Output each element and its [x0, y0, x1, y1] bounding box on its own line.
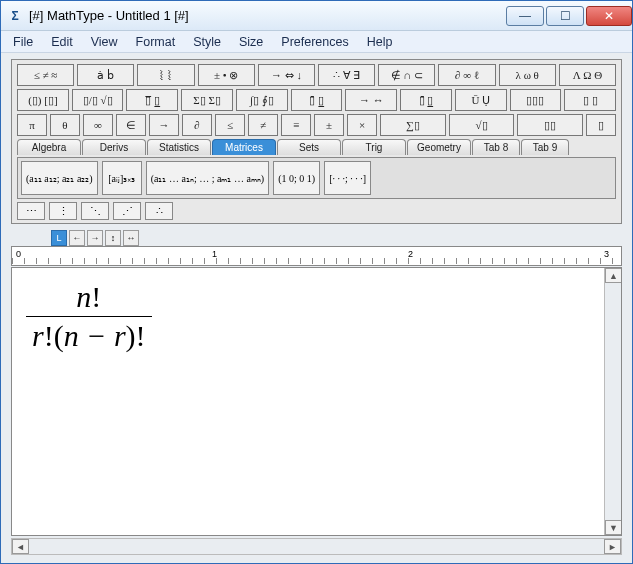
factorial-2: ! [44, 319, 54, 352]
titlebar: Σ [#] MathType - Untitled 1 [#] — ☐ ✕ [1, 1, 632, 31]
tabstop-1-btn[interactable]: ← [69, 230, 85, 246]
product-btn[interactable]: ▯̄ ▯̲ [400, 89, 452, 111]
menu-help[interactable]: Help [359, 33, 401, 51]
scroll-right-btn[interactable]: ► [604, 539, 621, 554]
tab-derivs[interactable]: Derivs [82, 139, 146, 155]
sqrt-tmpl-btn[interactable]: √▯ [449, 114, 515, 136]
tab-sets[interactable]: Sets [277, 139, 341, 155]
factorial-1: ! [91, 280, 101, 313]
denominator: r!(n − r)! [26, 316, 152, 353]
tab-statistics[interactable]: Statistics [147, 139, 211, 155]
menu-format[interactable]: Format [128, 33, 184, 51]
matrix-btn[interactable]: ▯▯▯ [510, 89, 562, 111]
ruler-mark-2: 2 [408, 249, 413, 259]
leq-btn[interactable]: ≤ [215, 114, 245, 136]
menu-edit[interactable]: Edit [43, 33, 81, 51]
tabstop-2-btn[interactable]: → [87, 230, 103, 246]
label-arrow-btn[interactable]: → ↔ [345, 89, 397, 111]
window-title: [#] MathType - Untitled 1 [#] [29, 8, 504, 23]
tab-8[interactable]: Tab 8 [472, 139, 520, 155]
sum-btn[interactable]: Σ▯ Σ▯ [181, 89, 233, 111]
window-buttons: — ☐ ✕ [504, 6, 632, 26]
sum-tmpl-btn[interactable]: ∑▯ [380, 114, 446, 136]
hat-btn[interactable]: Ū Ụ [455, 89, 507, 111]
menu-size[interactable]: Size [231, 33, 271, 51]
subsup-btn[interactable]: ▯̅ ▯̲ [126, 89, 178, 111]
tabstop-3-btn[interactable]: ↕ [105, 230, 121, 246]
misc-btn[interactable]: ∂ ∞ ℓ [438, 64, 495, 86]
ddots-btn[interactable]: ⋱ [81, 202, 109, 220]
matrix-dots-btn[interactable]: [· · ·; · · ·] [324, 161, 371, 195]
logic-btn[interactable]: ∴ ∀ ∃ [318, 64, 375, 86]
partial-btn[interactable]: ∂ [182, 114, 212, 136]
ruler-wrap: 0 1 2 3 [11, 246, 622, 266]
scroll-up-btn[interactable]: ▲ [605, 268, 622, 283]
app-window: Σ [#] MathType - Untitled 1 [#] — ☐ ✕ Fi… [0, 0, 633, 564]
ruler-mark-0: 0 [16, 249, 21, 259]
overbar-btn[interactable]: ▯̄ ▯̲ [291, 89, 343, 111]
close-button[interactable]: ✕ [586, 6, 632, 26]
menu-preferences[interactable]: Preferences [273, 33, 356, 51]
pm-btn[interactable]: ± [314, 114, 344, 136]
var-n: n [76, 280, 91, 313]
therefore-btn[interactable]: ∴ [145, 202, 173, 220]
tool-panel: ≤ ≠ ≈ ȧ ḃ ⦚ ⦚ ± • ⊗ → ⇔ ↓ ∴ ∀ ∃ ∉ ∩ ⊂ ∂ … [11, 59, 622, 224]
equiv-btn[interactable]: ≡ [281, 114, 311, 136]
sup-tmpl-btn[interactable]: ▯▯ [517, 114, 583, 136]
matrix-2x2-btn[interactable]: (a₁₁ a₁₂; a₂₁ a₂₂) [21, 161, 98, 195]
matrix-3x3-btn[interactable]: [aᵢⱼ]₃ₓ₃ [102, 161, 142, 195]
equation-editor[interactable]: n! r!(n − r)! ▲ ▼ [11, 267, 622, 536]
matrix-identity-btn[interactable]: (1 0; 0 1) [273, 161, 320, 195]
menu-view[interactable]: View [83, 33, 126, 51]
embellish-btn[interactable]: ⦚ ⦚ [137, 64, 194, 86]
maximize-button[interactable]: ☐ [546, 6, 584, 26]
tab-geometry[interactable]: Geometry [407, 139, 471, 155]
matrix-mxn-btn[interactable]: (a₁₁ … a₁ₙ; … ; aₘ₁ … aₘₙ) [146, 161, 269, 195]
operator-btn[interactable]: ± • ⊗ [198, 64, 255, 86]
ruler-mark-3: 3 [604, 249, 609, 259]
in-btn[interactable]: ∈ [116, 114, 146, 136]
menu-file[interactable]: File [5, 33, 41, 51]
greek-uc-btn[interactable]: Λ Ω Θ [559, 64, 616, 86]
integral-btn[interactable]: ∫▯ ∮▯ [236, 89, 288, 111]
ruler[interactable]: 0 1 2 3 [11, 246, 622, 266]
adots-btn[interactable]: ⋰ [113, 202, 141, 220]
tab-algebra[interactable]: Algebra [17, 139, 81, 155]
hdots-btn[interactable]: ⋯ [17, 202, 45, 220]
rarr-btn[interactable]: → [149, 114, 179, 136]
theta-btn[interactable]: θ [50, 114, 80, 136]
palette-tabs: Algebra Derivs Statistics Matrices Sets … [17, 139, 616, 155]
rel-ops-btn[interactable]: ≤ ≠ ≈ [17, 64, 74, 86]
formula: n! r!(n − r)! [26, 280, 152, 353]
vertical-scrollbar[interactable]: ▲ ▼ [604, 268, 621, 535]
minimize-button[interactable]: — [506, 6, 544, 26]
spaces-btn[interactable]: ȧ ḃ [77, 64, 134, 86]
menu-style[interactable]: Style [185, 33, 229, 51]
large-symbol-row: π θ ∞ ∈ → ∂ ≤ ≠ ≡ ± × ∑▯ √▯ ▯▯ ▯ [17, 114, 616, 136]
pi-btn[interactable]: π [17, 114, 47, 136]
ruler-mark-1: 1 [212, 249, 217, 259]
infty-btn[interactable]: ∞ [83, 114, 113, 136]
tabstop-left-btn[interactable]: L [51, 230, 67, 246]
settheory-btn[interactable]: ∉ ∩ ⊂ [378, 64, 435, 86]
greek-lc-btn[interactable]: λ ω θ [499, 64, 556, 86]
vdots-btn[interactable]: ⋮ [49, 202, 77, 220]
lparen: ( [54, 319, 64, 352]
box-btn[interactable]: ▯ ▯ [564, 89, 616, 111]
rparen: ) [126, 319, 136, 352]
tab-matrices[interactable]: Matrices [212, 139, 276, 155]
tab-9[interactable]: Tab 9 [521, 139, 569, 155]
fence-btn[interactable]: (▯) [▯] [17, 89, 69, 111]
template-row-1: (▯) [▯] ▯/▯ √▯ ▯̅ ▯̲ Σ▯ Σ▯ ∫▯ ∮▯ ▯̄ ▯̲ →… [17, 89, 616, 111]
tabstop-4-btn[interactable]: ↔ [123, 230, 139, 246]
symbol-row-1: ≤ ≠ ≈ ȧ ḃ ⦚ ⦚ ± • ⊗ → ⇔ ↓ ∴ ∀ ∃ ∉ ∩ ⊂ ∂ … [17, 64, 616, 86]
arrows-btn[interactable]: → ⇔ ↓ [258, 64, 315, 86]
scroll-down-btn[interactable]: ▼ [605, 520, 622, 535]
tab-trig[interactable]: Trig [342, 139, 406, 155]
times-btn[interactable]: × [347, 114, 377, 136]
scroll-left-btn[interactable]: ◄ [12, 539, 29, 554]
frac-radical-btn[interactable]: ▯/▯ √▯ [72, 89, 124, 111]
neq-btn[interactable]: ≠ [248, 114, 278, 136]
horizontal-scrollbar[interactable]: ◄ ► [11, 538, 622, 555]
slot-btn[interactable]: ▯ [586, 114, 616, 136]
